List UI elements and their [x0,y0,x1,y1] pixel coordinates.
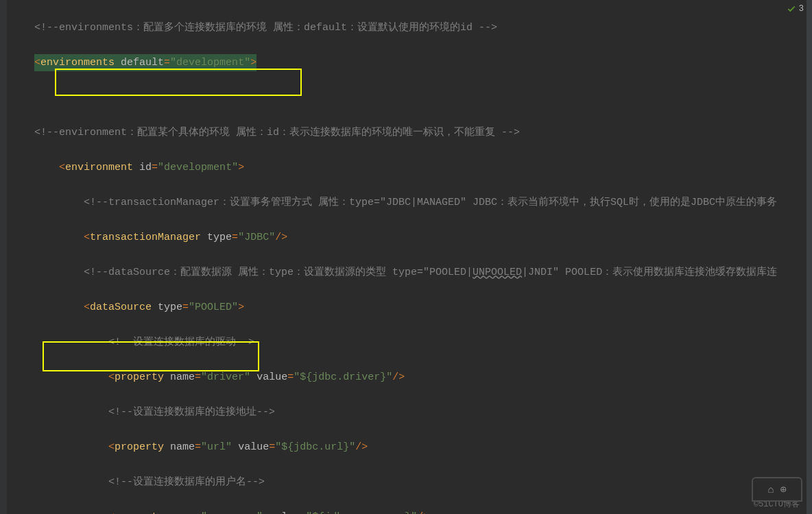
code-line[interactable]: <!--environments：配置多个连接数据库的环境 属性：default… [10,19,805,37]
code-line[interactable]: <transactionManager type="JDBC"/> [10,229,805,247]
code-line[interactable]: <environment id="development"> [10,159,805,177]
code-line[interactable]: <!--设置连接数据库的驱动--> [10,334,805,352]
code-line[interactable]: <!--environment：配置某个具体的环境 属性：id：表示连接数据库的… [10,124,805,142]
code-line[interactable]: <!--设置连接数据库的连接地址--> [10,404,805,421]
vertical-scrollbar[interactable] [807,0,812,514]
code-line[interactable]: <!--设置连接数据库的用户名--> [10,474,805,491]
code-editor[interactable]: 3 <!--environments：配置多个连接数据库的环境 属性：defau… [0,0,812,514]
code-area[interactable]: <!--environments：配置多个连接数据库的环境 属性：default… [7,0,805,514]
code-line[interactable]: <dataSource type="POOLED"> [10,299,805,317]
code-line[interactable]: <property name="url" value="${jdbc.url}"… [10,439,805,456]
code-line[interactable]: <environments default="development"> [10,54,805,72]
code-line[interactable]: <property name="driver" value="${jdbc.dr… [10,369,805,387]
code-line[interactable] [10,89,805,107]
gutter [0,0,7,514]
code-line[interactable]: <property name="username" value="${jdbc.… [10,509,805,515]
bot-icon: ⌂ ⊕ [752,477,802,502]
code-line[interactable]: <!--transactionManager：设置事务管理方式 属性：type=… [10,194,805,212]
code-line[interactable]: <!--dataSource：配置数据源 属性：type：设置数据源的类型 ty… [10,264,805,282]
